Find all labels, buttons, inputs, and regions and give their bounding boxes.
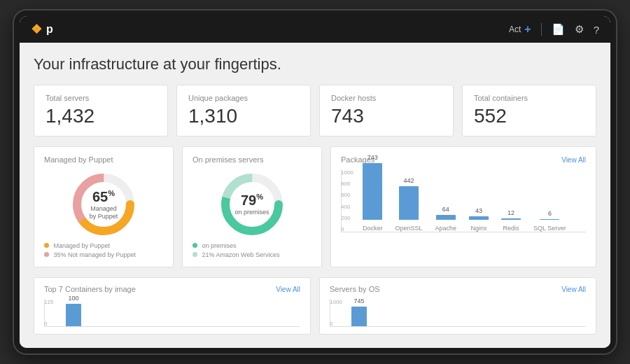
container-bar-rect-1 xyxy=(66,304,81,326)
bar-openssl: 442 OpenSSL xyxy=(396,177,423,232)
on-premises-card: On premises servers 79% on premises xyxy=(182,146,322,267)
stat-total-containers-value: 552 xyxy=(474,105,584,127)
server-os-bar-1: 745 xyxy=(351,298,367,326)
containers-view-all[interactable]: View All xyxy=(276,286,300,293)
main-content: Your infrastructure at your fingertips. … xyxy=(20,43,610,348)
servers-os-view-all[interactable]: View All xyxy=(561,286,586,293)
stat-total-servers-value: 1,432 xyxy=(46,105,156,127)
device-screen: ❖ p Act + 📄 ⚙ ? Your infrastructure at y… xyxy=(20,16,610,348)
puppet-logo-letter: p xyxy=(46,23,53,36)
container-bar-1: 100 xyxy=(66,295,81,326)
on-premises-legend-dot xyxy=(192,243,197,248)
managed-puppet-sub: Managed by Puppet xyxy=(90,205,118,220)
stat-total-servers: Total servers 1,432 xyxy=(34,85,168,136)
servers-os-title: Servers by OS xyxy=(330,285,380,293)
managed-puppet-title: Managed by Puppet xyxy=(44,155,163,164)
on-premises-legend1: on premises xyxy=(192,242,312,249)
managed-puppet-percent: 65% xyxy=(90,189,118,205)
document-icon[interactable]: 📄 xyxy=(552,23,565,36)
on-premises-donut: 79% on premises xyxy=(217,169,287,239)
servers-os-header: Servers by OS View All xyxy=(330,285,586,293)
containers-y-axis: 125 0 xyxy=(44,299,53,327)
charts-row: Managed by Puppet 65% xyxy=(34,146,596,267)
servers-os-bars: 745 xyxy=(330,299,586,327)
bar-rect-openssl xyxy=(399,186,419,220)
bar-sqlserver: 6 SQL Server xyxy=(533,210,566,232)
page-headline: Your infrastructure at your fingertips. xyxy=(34,55,596,74)
stat-unique-packages: Unique packages 1,310 xyxy=(176,85,311,136)
bar-rect-docker xyxy=(363,163,382,220)
bottom-row: Top 7 Containers by image View All 125 0… xyxy=(34,277,596,335)
bar-nginx: 43 Nginx xyxy=(469,207,489,232)
device-frame: ❖ p Act + 📄 ⚙ ? Your infrastructure at y… xyxy=(14,10,616,354)
on-premises-label: 79% on premises xyxy=(234,192,269,216)
packages-y-axis: 1000 800 600 400 200 0 xyxy=(341,169,354,232)
managed-legend-dot xyxy=(44,243,49,248)
server-os-bar-rect-1 xyxy=(351,307,367,326)
managed-puppet-label: 65% Managed by Puppet xyxy=(90,189,118,220)
managed-puppet-legend2: 35% Not managed by Puppet xyxy=(44,251,163,258)
stat-docker-hosts-value: 743 xyxy=(331,105,442,127)
stat-total-containers: Total containers 552 xyxy=(462,85,596,136)
stat-total-servers-label: Total servers xyxy=(46,94,156,102)
topbar-left: ❖ p xyxy=(31,23,53,36)
containers-card: Top 7 Containers by image View All 125 0… xyxy=(34,277,311,335)
servers-os-y-axis: 1000 0 xyxy=(330,299,342,327)
on-premises-sub: on premises xyxy=(234,209,269,216)
not-managed-legend-dot xyxy=(44,252,49,257)
bar-rect-redis xyxy=(501,218,521,220)
packages-chart-area: 1000 800 600 400 200 0 743 Docker xyxy=(341,169,586,246)
act-label: Act xyxy=(509,24,521,34)
containers-header: Top 7 Containers by image View All xyxy=(44,285,300,293)
stats-row: Total servers 1,432 Unique packages 1,31… xyxy=(34,85,596,136)
bar-rect-apache xyxy=(436,215,456,220)
servers-os-card: Servers by OS View All 1000 0 745 xyxy=(319,277,596,335)
act-button[interactable]: Act + xyxy=(509,23,531,36)
gear-icon[interactable]: ⚙ xyxy=(575,23,584,36)
bar-apache: 64 Apache xyxy=(435,206,457,232)
stat-total-containers-label: Total containers xyxy=(474,94,584,102)
managed-puppet-legend1: Managed by Puppet xyxy=(44,242,163,249)
containers-title: Top 7 Containers by image xyxy=(44,285,136,293)
aws-legend-dot xyxy=(192,252,197,257)
bar-redis: 12 Redis xyxy=(501,209,521,232)
on-premises-title: On premises servers xyxy=(192,155,312,164)
packages-view-all[interactable]: View All xyxy=(561,156,586,164)
bar-docker: 743 Docker xyxy=(363,154,383,232)
containers-chart-area: 125 0 100 xyxy=(44,299,300,327)
topbar-right: Act + 📄 ⚙ ? xyxy=(509,23,599,36)
topbar-divider xyxy=(541,23,542,36)
bar-rect-nginx xyxy=(469,216,489,220)
managed-puppet-card: Managed by Puppet 65% xyxy=(34,146,174,267)
servers-os-chart-area: 1000 0 745 xyxy=(330,299,586,327)
puppet-logo-icon: ❖ xyxy=(31,23,42,36)
bar-rect-sqlserver xyxy=(540,219,559,220)
packages-card: Packages View All 1000 800 600 400 200 0 xyxy=(330,146,596,267)
topbar: ❖ p Act + 📄 ⚙ ? xyxy=(20,16,610,43)
on-premises-legend2: 21% Amazon Web Services xyxy=(192,251,312,258)
stat-unique-packages-value: 1,310 xyxy=(188,105,299,127)
containers-bars: 100 xyxy=(44,299,300,327)
stat-unique-packages-label: Unique packages xyxy=(188,94,299,102)
add-icon: + xyxy=(524,23,531,36)
help-icon[interactable]: ? xyxy=(594,24,599,36)
stat-docker-hosts: Docker hosts 743 xyxy=(319,85,454,136)
stat-docker-hosts-label: Docker hosts xyxy=(331,94,442,102)
managed-puppet-donut: 65% Managed by Puppet xyxy=(69,169,139,239)
on-premises-percent: 79% xyxy=(234,192,269,209)
packages-bars: 743 Docker 442 OpenSSL 64 xyxy=(341,169,586,232)
